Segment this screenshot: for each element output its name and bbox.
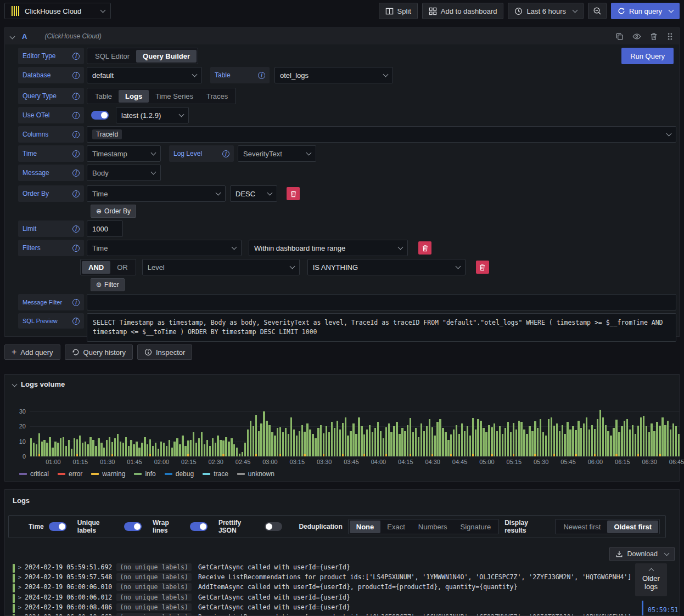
bar[interactable] — [664, 425, 666, 456]
filter2-field-select[interactable]: Level — [142, 259, 300, 275]
bar[interactable] — [559, 431, 560, 456]
bar[interactable] — [380, 431, 382, 456]
bar[interactable] — [640, 417, 642, 456]
bar[interactable] — [30, 438, 32, 456]
bar[interactable] — [610, 436, 612, 456]
run-query-inline-button[interactable]: Run Query — [621, 48, 674, 64]
bar[interactable] — [173, 442, 175, 456]
bar[interactable] — [390, 432, 392, 456]
bar[interactable] — [263, 411, 265, 456]
remove-order-by-button[interactable] — [287, 187, 300, 200]
bar[interactable] — [160, 442, 162, 456]
bar[interactable] — [572, 426, 574, 456]
otel-version-select[interactable]: latest (1.2.9) — [116, 107, 189, 123]
bar[interactable] — [206, 440, 208, 456]
bar[interactable] — [624, 421, 625, 456]
bar[interactable] — [453, 429, 455, 456]
bar[interactable] — [285, 428, 287, 456]
table-select[interactable]: otel_logs — [274, 67, 393, 83]
bar[interactable] — [217, 436, 218, 456]
bar[interactable] — [225, 437, 227, 456]
bar[interactable] — [388, 423, 390, 456]
bar[interactable] — [656, 422, 658, 456]
bar[interactable] — [74, 438, 75, 456]
bar[interactable] — [426, 426, 428, 456]
bar[interactable] — [184, 446, 186, 456]
bar[interactable] — [187, 440, 189, 456]
filter2-operator-select[interactable]: IS ANYTHING — [307, 259, 466, 275]
collapse-chevron-icon[interactable] — [10, 33, 15, 39]
bar[interactable] — [125, 437, 127, 456]
bar[interactable] — [450, 434, 452, 456]
bar[interactable] — [588, 429, 590, 456]
bar[interactable] — [518, 421, 520, 456]
log-row[interactable]: >2024-02-19 06:00:06.012(no unique label… — [8, 594, 640, 603]
bar[interactable] — [667, 421, 669, 456]
bar[interactable] — [288, 434, 289, 456]
bar[interactable] — [268, 425, 270, 456]
bar[interactable] — [626, 419, 628, 456]
bar[interactable] — [436, 422, 438, 456]
bar[interactable] — [523, 429, 525, 456]
bar[interactable] — [239, 454, 240, 456]
query-header[interactable]: A (ClickHouse Cloud) — [5, 28, 679, 44]
bar[interactable] — [637, 426, 639, 456]
bar[interactable] — [147, 444, 148, 456]
split-button[interactable]: Split — [379, 3, 418, 19]
add-query-button[interactable]: +Add query — [4, 344, 60, 360]
log-row[interactable]: >2024-02-19 06:00:08.486(no unique label… — [8, 603, 640, 613]
bar[interactable] — [326, 426, 327, 456]
order-by-direction-select[interactable]: DESC — [230, 185, 277, 202]
bar[interactable] — [537, 428, 539, 456]
bar[interactable] — [488, 425, 490, 456]
bar[interactable] — [195, 443, 197, 456]
log-row[interactable]: >2024-02-19 06:00:18.663(no unique label… — [8, 613, 640, 616]
info-icon[interactable]: i — [72, 53, 80, 60]
bar[interactable] — [345, 417, 346, 456]
bar[interactable] — [629, 429, 631, 456]
download-button[interactable]: Download — [609, 547, 675, 561]
info-icon[interactable]: i — [72, 93, 80, 100]
bar[interactable] — [103, 448, 105, 456]
bar[interactable] — [282, 432, 284, 456]
bar[interactable] — [401, 428, 403, 456]
bar[interactable] — [312, 434, 313, 456]
bar[interactable] — [542, 432, 544, 456]
bar[interactable] — [529, 426, 530, 456]
bar[interactable] — [290, 417, 292, 456]
bar[interactable] — [144, 437, 145, 456]
bar[interactable] — [85, 442, 86, 456]
bar[interactable] — [138, 448, 140, 456]
bar[interactable] — [198, 438, 200, 456]
bar[interactable] — [507, 422, 509, 456]
bar[interactable] — [166, 446, 167, 456]
log-level-select[interactable]: SeverityText — [238, 145, 316, 162]
option-none[interactable]: None — [350, 521, 381, 533]
info-icon[interactable]: i — [72, 299, 80, 306]
bar[interactable] — [95, 446, 97, 456]
older-logs-button[interactable]: Olderlogs — [635, 563, 667, 596]
bar[interactable] — [355, 434, 357, 456]
add-order-by-button[interactable]: ⊕Order By — [91, 205, 136, 218]
bar[interactable] — [233, 444, 235, 456]
info-icon[interactable]: i — [72, 318, 80, 325]
bar[interactable] — [46, 443, 48, 456]
bar[interactable] — [244, 443, 246, 456]
collapse-chevron-icon[interactable] — [12, 382, 18, 387]
bar[interactable] — [220, 440, 221, 456]
bar[interactable] — [155, 443, 156, 456]
bar[interactable] — [54, 442, 56, 456]
bar[interactable] — [204, 444, 205, 456]
bar[interactable] — [602, 417, 604, 456]
bar[interactable] — [369, 425, 371, 456]
bar[interactable] — [271, 432, 273, 456]
info-icon[interactable]: i — [258, 72, 265, 79]
bar[interactable] — [63, 437, 64, 456]
bar[interactable] — [605, 425, 607, 456]
bar[interactable] — [407, 425, 408, 456]
bar[interactable] — [87, 444, 88, 456]
bar[interactable] — [136, 442, 137, 456]
bar[interactable] — [253, 426, 254, 456]
bar[interactable] — [100, 443, 102, 456]
option-exact[interactable]: Exact — [380, 521, 412, 533]
